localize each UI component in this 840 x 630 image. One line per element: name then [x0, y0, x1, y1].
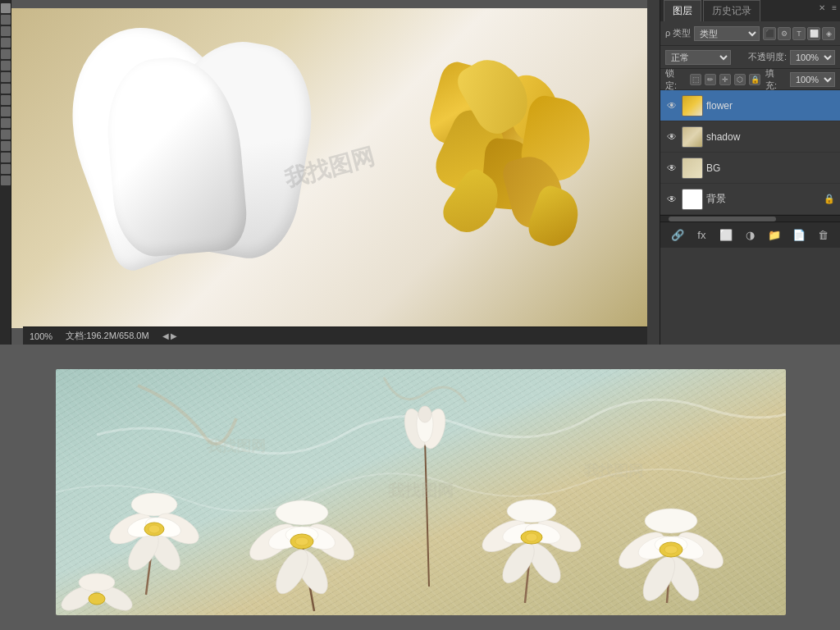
lock-position-icon[interactable]: ✛: [719, 74, 731, 85]
tab-layers[interactable]: 图层: [664, 0, 701, 21]
lock-artboard-icon[interactable]: ⬡: [734, 74, 746, 85]
bottom-preview: 我找图网 我找图网 我找图网: [0, 345, 840, 630]
canvas-image: 我找图网: [11, 8, 647, 328]
layer-visibility-bg[interactable]: 👁: [665, 162, 678, 174]
tool-move[interactable]: [1, 3, 11, 13]
lock-transparency-icon[interactable]: ⬚: [690, 74, 701, 85]
lotus-flowers-svg: 我找图网 我找图网 我找图网: [56, 369, 786, 615]
layer-name-bg: BG: [706, 162, 835, 174]
fill-label: 填充:: [765, 67, 785, 92]
layer-visibility-flower[interactable]: 👁: [665, 100, 678, 112]
link-layers-button[interactable]: 🔗: [669, 227, 686, 244]
panel-footer: 🔗 fx ⬜ ◑ 📁 📄 🗑: [660, 221, 840, 248]
filter-text-icon[interactable]: T: [792, 27, 806, 40]
layer-lock-icon: 🔒: [824, 194, 835, 204]
tool-lasso[interactable]: [1, 26, 11, 36]
panel-scrollbar[interactable]: [660, 215, 840, 221]
svg-text:我找图网: 我找图网: [583, 463, 643, 479]
tool-hand[interactable]: [1, 164, 11, 174]
tool-text[interactable]: [1, 141, 11, 151]
layer-name-flower: flower: [706, 100, 835, 112]
opacity-label: 不透明度:: [748, 51, 787, 63]
svg-point-26: [418, 406, 431, 422]
svg-point-3: [131, 493, 177, 516]
layer-item-flower[interactable]: 👁 flower: [660, 90, 840, 121]
tab-history[interactable]: 历史记录: [703, 0, 760, 21]
lock-icons: ⬚ ✏ ✛ ⬡ 🔒: [690, 74, 760, 85]
tool-pen[interactable]: [1, 130, 11, 139]
zoom-level: 100%: [30, 331, 52, 341]
filter-label: ρ 类型: [665, 27, 691, 39]
photoshop-workspace: 我找图网 100% 文档:196.2M/658.0M ◀ ▶ 图层 历史记录 ✕…: [0, 0, 840, 345]
filter-pixel-icon[interactable]: ⬛: [763, 27, 776, 40]
nav-prev[interactable]: ◀: [162, 331, 169, 340]
canvas-area: 我找图网 100% 文档:196.2M/658.0M ◀ ▶: [11, 0, 647, 345]
svg-text:我找图网: 我找图网: [387, 482, 454, 500]
tool-gradient[interactable]: [1, 107, 11, 116]
panel-header-controls: ✕ ≡: [819, 3, 837, 12]
doc-size: 文档:196.2M/658.0M: [66, 330, 149, 342]
new-adjustment-button[interactable]: ◑: [742, 227, 758, 244]
blend-mode-select[interactable]: 正常: [665, 50, 731, 65]
svg-point-36: [526, 533, 537, 541]
panel-close-button[interactable]: ✕: [819, 3, 825, 12]
svg-point-40: [645, 509, 697, 533]
layer-visibility-shadow[interactable]: 👁: [665, 131, 678, 143]
layers-panel: 图层 历史记录 ✕ ≡ ρ 类型 类型 ⬛ ⚙ T ⬜ ◈ 正常: [660, 0, 840, 345]
tool-shape[interactable]: [1, 153, 11, 162]
add-effect-button[interactable]: fx: [693, 227, 710, 244]
layer-thumb-flower: [682, 95, 703, 116]
layer-name-shadow: shadow: [706, 131, 835, 143]
tool-brush[interactable]: [1, 72, 11, 82]
layer-thumb-shadow: [682, 126, 703, 148]
preview-image: 我找图网 我找图网 我找图网: [56, 369, 786, 615]
filter-smart-icon[interactable]: ◈: [822, 27, 835, 40]
statusbar: 100% 文档:196.2M/658.0M ◀ ▶: [23, 326, 647, 345]
lock-paint-icon[interactable]: ✏: [705, 74, 716, 85]
lock-all-icon[interactable]: 🔒: [749, 74, 760, 85]
delete-layer-button[interactable]: 🗑: [815, 227, 831, 244]
panel-scrollbar-thumb[interactable]: [669, 217, 776, 221]
tool-select[interactable]: [1, 15, 11, 25]
nav-arrows[interactable]: ◀ ▶: [162, 331, 177, 340]
fill-select[interactable]: 100%: [790, 72, 835, 87]
layer-item-bg[interactable]: 👁 BG: [660, 153, 840, 184]
svg-point-47: [664, 546, 678, 554]
svg-text:我找图网: 我找图网: [206, 438, 266, 454]
tool-clone[interactable]: [1, 84, 11, 94]
filter-icons: ⬛ ⚙ T ⬜ ◈: [763, 27, 835, 40]
add-mask-button[interactable]: ⬜: [718, 227, 734, 244]
opacity-select[interactable]: 100%: [790, 50, 835, 65]
layer-visibility-background[interactable]: 👁: [665, 194, 678, 205]
layer-item-background[interactable]: 👁 背景 🔒: [660, 184, 840, 215]
nav-next[interactable]: ▶: [171, 331, 177, 340]
tools-panel: [0, 0, 11, 345]
lock-row: 锁定: ⬚ ✏ ✛ ⬡ 🔒 填充: 100%: [660, 69, 840, 90]
filter-shape-icon[interactable]: ⬜: [807, 27, 820, 40]
tool-crop[interactable]: [1, 38, 11, 48]
blend-row: 正常 不透明度: 100%: [660, 46, 840, 69]
layer-thumb-background: [682, 189, 703, 210]
canvas-golden-cluster: [418, 49, 598, 279]
svg-point-30: [507, 500, 556, 523]
tool-eyedrop[interactable]: [1, 49, 11, 59]
layer-item-shadow[interactable]: 👁 shadow: [660, 121, 840, 153]
layer-thumb-bg: [682, 158, 703, 179]
tool-erase[interactable]: [1, 95, 11, 105]
new-layer-button[interactable]: 📄: [791, 227, 807, 244]
filter-row: ρ 类型 类型 ⬛ ⚙ T ⬜ ◈: [660, 21, 840, 46]
layer-name-background: 背景: [706, 192, 820, 206]
filter-adjust-icon[interactable]: ⚙: [778, 27, 791, 40]
tool-zoom[interactable]: [1, 176, 11, 185]
layers-list: 👁 flower 👁 shadow 👁 BG: [660, 90, 840, 215]
svg-point-51: [89, 593, 105, 605]
tool-heal[interactable]: [1, 61, 11, 71]
panel-tabs: 图层 历史记录 ✕ ≡: [660, 0, 840, 21]
tool-dodge[interactable]: [1, 118, 11, 128]
panel-menu-button[interactable]: ≡: [832, 3, 837, 12]
svg-point-50: [79, 573, 115, 591]
filter-type-select[interactable]: 类型: [694, 26, 760, 41]
svg-point-14: [276, 500, 328, 525]
new-group-button[interactable]: 📁: [766, 227, 783, 244]
svg-point-21: [295, 537, 308, 546]
